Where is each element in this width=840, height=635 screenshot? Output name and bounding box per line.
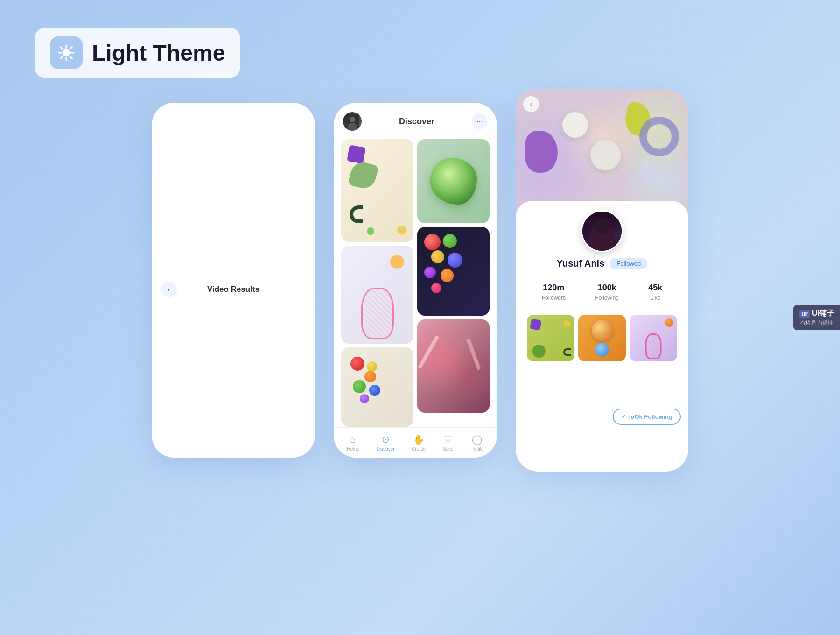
profile-card: Yusuf Anis Followed 120m Followers 100k … (516, 201, 688, 371)
green-flower-shape (348, 160, 379, 191)
ball-orange-2 (441, 269, 454, 282)
light-blue-blob (639, 161, 660, 182)
stats-row: 120m Followers 100k Following 45k Like (527, 277, 677, 307)
nav-save-label: Save (443, 446, 454, 452)
home-icon: ⌂ (350, 434, 356, 445)
wireframe-figure (361, 288, 394, 339)
thumbnail-row (527, 315, 677, 361)
ring-blob (639, 117, 679, 156)
thumb-2[interactable] (578, 315, 626, 361)
back-button[interactable]: ‹ (161, 282, 177, 297)
more-icon: ··· (476, 117, 483, 126)
discover-icon: ⊙ (382, 434, 390, 445)
thumb1-yellow-dot (563, 320, 570, 327)
profile-back-button[interactable]: ‹ (523, 96, 539, 112)
purple-block-shape (347, 145, 366, 164)
svg-line-5 (61, 47, 63, 49)
nav-home-label: Home (347, 446, 359, 452)
svg-line-8 (61, 56, 63, 59)
header-spacer (290, 112, 306, 458)
svg-point-10 (350, 117, 355, 122)
grid-item-6[interactable] (417, 319, 490, 413)
brand-icon: ur (799, 310, 810, 318)
grid-item-2[interactable] (417, 139, 490, 223)
thumb3-orange-dot (665, 318, 673, 327)
thumb3-wireframe (645, 333, 662, 359)
theme-title: Light Theme (92, 40, 225, 66)
stat-following: 100k Following (595, 283, 619, 301)
thumb-1[interactable] (527, 315, 574, 361)
profile-hero-image: ‹ (516, 89, 688, 219)
profile-name: Yusuf Anis (557, 258, 605, 269)
thumb2-orange-sphere (592, 320, 613, 341)
white-sphere-1 (562, 112, 588, 138)
brand-label: UI铺子 (812, 309, 834, 318)
profile-icon: ◯ (472, 434, 482, 445)
sphere-green (353, 380, 366, 393)
nav-home[interactable]: ⌂ Home (347, 434, 359, 452)
profile-avatar (581, 210, 623, 252)
dark-c-shape (350, 205, 363, 223)
nav-create[interactable]: ✋ Create (412, 434, 426, 452)
following-icon: ✓ (621, 413, 626, 420)
save-icon: ♡ (444, 434, 452, 445)
watermark-tagline: 有格局 有调性 (799, 319, 834, 326)
like-label: Like (650, 295, 660, 301)
sphere-yellow (367, 361, 377, 372)
avatar-image (343, 112, 362, 131)
svg-line-7 (70, 47, 72, 49)
create-icon: ✋ (413, 434, 425, 445)
grid-item-1[interactable] (341, 139, 413, 242)
more-button[interactable]: ··· (472, 113, 488, 129)
grid-item-3[interactable] (341, 246, 413, 344)
sphere-orange (364, 371, 376, 382)
nav-save[interactable]: ♡ Save (443, 434, 454, 452)
following-button[interactable]: ✓ ioOk Following (613, 409, 681, 425)
thumb1-green-circle (532, 345, 546, 358)
back-icon: ‹ (168, 286, 170, 293)
profile-avatar-wrap (527, 201, 677, 252)
theme-badge: Light Theme (35, 28, 240, 78)
phone-discover: Discover ··· (334, 103, 497, 458)
ball-blue-2 (448, 253, 462, 268)
ball-red (424, 234, 441, 250)
green-dot-shape (367, 227, 374, 235)
nav-profile-label: Profile (470, 446, 483, 452)
following-label: Following (595, 295, 619, 301)
svg-point-0 (63, 49, 70, 56)
thumb2-blue-sphere (595, 343, 609, 357)
phone-profile: ‹ Yusuf Anis Followed (516, 89, 688, 472)
masonry-col-right (417, 139, 490, 421)
nav-discover[interactable]: ⊙ Discover (377, 434, 395, 452)
profile-name-row: Yusuf Anis Followed (527, 258, 677, 269)
white-sphere-2 (590, 140, 621, 170)
sphere-purple (360, 394, 369, 403)
like-value: 45k (648, 283, 662, 293)
purple-blob (525, 131, 558, 173)
green-crystal (430, 158, 477, 205)
thumb1-purple-block (530, 318, 541, 330)
bottom-nav: ⌂ Home ⊙ Discover ✋ Create ♡ Save ◯ Prof… (334, 427, 497, 458)
grid-item-4[interactable] (417, 227, 490, 316)
sphere-red (350, 357, 364, 371)
thumb-3[interactable] (630, 315, 677, 361)
thumb1-c-shape (563, 348, 571, 356)
masonry-col-left (341, 139, 413, 421)
followed-badge[interactable]: Followed (610, 258, 647, 269)
following-badge-area: ✓ ioOk Following (613, 409, 681, 425)
nav-discover-label: Discover (377, 446, 395, 452)
grid-item-5[interactable] (341, 347, 413, 427)
ball-pink-2 (431, 283, 441, 293)
followers-label: Followers (542, 295, 566, 301)
sun-icon (57, 43, 76, 62)
watermark-brand: ur UI铺子 (799, 309, 834, 318)
yellow-dot-shape (397, 226, 406, 235)
following-label: ioOk Following (629, 413, 672, 420)
ball-purple-2 (424, 267, 436, 278)
nav-profile[interactable]: ◯ Profile (470, 434, 483, 452)
header-title: Video Results (182, 285, 285, 294)
following-value: 100k (598, 283, 616, 293)
discover-title: Discover (399, 117, 434, 127)
masonry-grid (334, 135, 497, 425)
back-icon-profile: ‹ (530, 100, 532, 108)
